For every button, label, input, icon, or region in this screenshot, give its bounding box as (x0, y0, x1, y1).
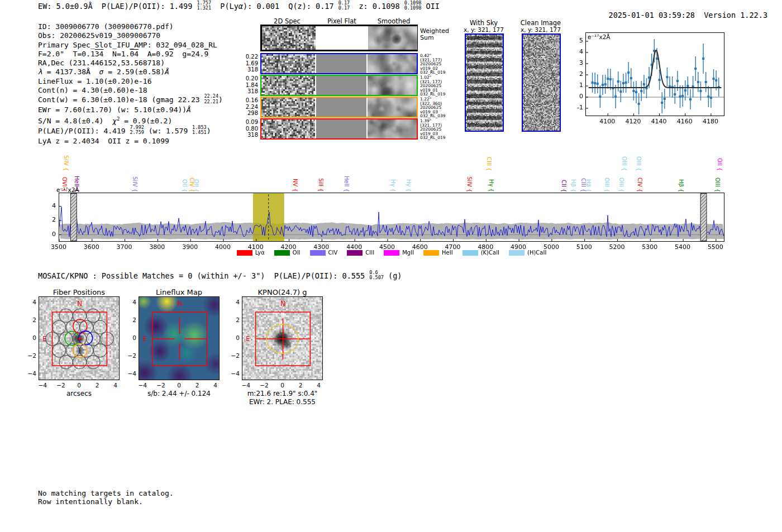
emission-label-hγ: Hγ { (406, 179, 411, 192)
cutout-xtick: −2 (152, 382, 169, 389)
left-label-line: 1.69 (223, 60, 258, 67)
legend-swatch (384, 250, 399, 256)
legend-item-mgii: MgII (384, 250, 414, 256)
stacked-fraction: 22.2422.21 (204, 94, 218, 104)
cutout-title: Lineflux Map (133, 288, 225, 296)
cutout-ytick: −2 (227, 352, 240, 359)
legend-swatch (237, 250, 252, 256)
cutout-caption: EWr: 2. PLAE: 0.555 (231, 398, 334, 406)
clean-image (523, 35, 560, 131)
line-fit-ytick: 0 (571, 93, 583, 100)
legend-item-ciii: CIII (347, 250, 374, 256)
left-label-line: 318 (223, 66, 258, 73)
spec2d-row (260, 97, 418, 118)
text-segment: χ (112, 117, 117, 126)
text-segment: Cont(n) = 4.30(±0.60)e-18 (38, 86, 147, 94)
cutout-caption: arcsecs (27, 390, 131, 397)
weighted-sum-label: Weighted Sum (420, 28, 454, 41)
report-timestamp: 2025-01-01 03:59:28 (609, 11, 695, 20)
cutout-ytick: 2 (227, 317, 240, 323)
text-segment: 9 (204, 50, 208, 58)
text-segment: ) (218, 95, 223, 104)
spectrum-ytick: 2 (44, 216, 56, 223)
clean-image-frame (522, 33, 561, 132)
legend-swatch (274, 250, 290, 256)
emission-label-hγ: Hγ { (488, 179, 494, 192)
emission-label-siii: SiII { (318, 178, 323, 192)
cutout-ytick: 0 (124, 334, 136, 341)
text-segment: Å (165, 68, 169, 76)
left-label-line: 0.80 (223, 126, 258, 132)
text-segment: A=0.9 (139, 50, 169, 58)
right-label-line: 032_RL_019 (420, 92, 454, 97)
info-line: F=2.0" T=0.134 N=1.04 A=0.92 g=24.9 (38, 50, 223, 59)
legend-label: CIII (365, 250, 374, 256)
info-line: Primary Spec_Slot_IFU_AMP: 032_094_028_R… (38, 41, 223, 50)
spec2d-cell-2dspec (262, 26, 316, 50)
header-summary-line: EW: 5.0±0.9Å P(LAE)/P(OII): 1.499 1.7571… (38, 2, 440, 12)
cutout-title: KPNO(24.7) g (236, 288, 328, 296)
clean-image-coords: x, y: 321, 177 (513, 26, 569, 33)
legend-swatch (423, 250, 439, 256)
emission-label-hβ: Hβ { (678, 179, 684, 192)
right-label-line: 032_RL_019 (420, 136, 454, 140)
mosaic-match-line: MOSAIC/KPNO : Possible Matches = 0 (with… (38, 271, 402, 282)
text-segment: ): 0.001 Q(z): 0.17 (243, 2, 338, 11)
elixer-report-page: EW: 5.0±0.9Å P(LAE)/P(OII): 1.499 1.7571… (0, 0, 782, 532)
spec2d-cell-2dspec (261, 119, 315, 138)
header-right: 2025-01-01 03:59:28 Version 1.22.3 (590, 2, 767, 28)
emission-label-heii: HeII { (344, 176, 349, 192)
left-label-line: 1.84 (223, 82, 258, 89)
cutout-xtick: 2 (292, 382, 309, 389)
spec2d-cell-pixelflat (316, 54, 366, 73)
footer-line-2: Row intentionally blank. (38, 497, 143, 506)
line-fit-ytick: 2 (571, 70, 583, 78)
text-segment: = 2.59(±0.58) (103, 68, 165, 76)
spec2d-row-left-label: 0.162.24298 (223, 97, 258, 117)
legend-swatch (347, 250, 363, 256)
legend-item-kcaii: (K)CaII (462, 250, 499, 256)
cutout-caption: s/b: 2.44 +/- 0.124 (127, 390, 231, 397)
cutout-ytick: 2 (24, 317, 36, 323)
cutout-xtick: 4 (311, 382, 327, 389)
text-segment: S/N = 4.8(±0.4) (38, 117, 112, 126)
info-line: Cont(w) = 6.30(±0.10)e-18 (gmag 22.23 22… (38, 95, 223, 106)
left-label-line: 0.20 (223, 75, 258, 82)
line-fit-xtick: 4160 (675, 118, 695, 125)
text-segment: ) (207, 127, 211, 135)
line-fit-plot-frame (585, 32, 724, 116)
legend-swatch (310, 250, 326, 256)
spectrum-plot-frame (59, 193, 724, 242)
spectrum-ytick: 4 (44, 202, 56, 209)
text-segment: = 4137.38Å (42, 68, 99, 76)
spec2d-cell-2dspec (261, 98, 315, 117)
text-segment: = 0.9(±0.2) (120, 117, 172, 126)
text-segment: F=2.0" T=0.1 (38, 50, 95, 58)
text-segment: α (239, 2, 243, 11)
emission-label-oii: OII { (193, 179, 199, 192)
line-fit-plot (586, 33, 724, 116)
emission-label-oiii: OIII { (618, 178, 624, 192)
text-segment: EW: 5.0±0.9Å P(LAE)/P(OII): 1.499 (38, 2, 197, 11)
info-line: ID: 3009006770 (3009006770.pdf) (38, 22, 223, 31)
legend-item-hcaii: (H)CaII (509, 250, 546, 256)
legend-label: HeII (442, 250, 453, 256)
text-segment: Obs: 20200625v019_3009006770 (38, 31, 160, 40)
cutout-xtick: 4 (207, 382, 224, 389)
line-fit-xtick: 4180 (700, 118, 721, 125)
kpno-g-panel (242, 296, 323, 380)
legend-label: (K)CaII (481, 250, 499, 256)
emission-label-nv: NV { (292, 179, 298, 192)
spec2d-row-left-label: 0.221.69318 (223, 54, 258, 73)
line-fit-xtick: 4100 (597, 118, 617, 125)
info-line: λ = 4137.38Å σ = 2.59(±0.58)Å (38, 68, 223, 76)
emission-label-oiii: OIII { (604, 178, 609, 192)
cutout-caption: m:21.6 re:1.9" s:0.4" (231, 390, 334, 397)
cutout-ytick: −2 (24, 352, 36, 359)
left-label-line: 2.24 (223, 104, 258, 111)
with-sky-title: With Sky (456, 19, 512, 27)
text-segment: RA,Dec (231.446152,53.568718) (38, 59, 165, 67)
line-fit-xtick: 4120 (623, 118, 643, 125)
line-fit-ytick: 5 (571, 37, 583, 44)
right-label-line: 032_RL_039 (420, 114, 454, 118)
